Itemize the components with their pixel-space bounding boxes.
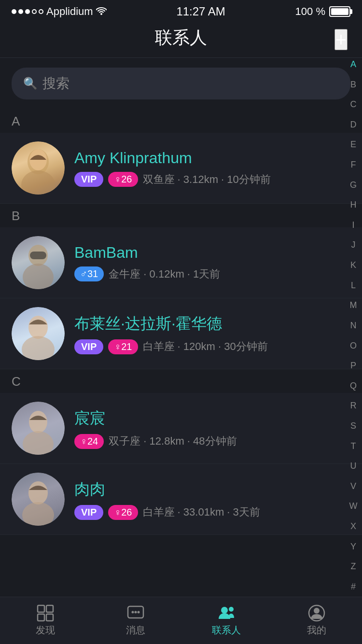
list-item[interactable]: Amy Klinprathum VIP ♀26 双鱼座 · 3.12km · 1… bbox=[0, 133, 362, 204]
page-title: 联系人 bbox=[155, 26, 207, 50]
contact-tags: VIP ♀21 白羊座 · 120km · 30分钟前 bbox=[74, 339, 350, 354]
svg-point-24 bbox=[314, 608, 320, 614]
contact-list: A Amy Klinprathum VIP ♀26 双鱼座 · 3.12km ·… bbox=[0, 109, 362, 535]
alpha-r[interactable]: R bbox=[350, 401, 357, 410]
svg-point-22 bbox=[229, 607, 234, 612]
search-container: 🔍 搜索 bbox=[0, 58, 362, 109]
tab-profile[interactable]: 我的 bbox=[272, 597, 362, 644]
alpha-hash[interactable]: # bbox=[351, 582, 356, 591]
discover-icon bbox=[37, 604, 54, 622]
contacts-icon bbox=[218, 604, 235, 622]
alpha-e[interactable]: E bbox=[350, 140, 356, 149]
contact-info: 布莱丝·达拉斯·霍华德 VIP ♀21 白羊座 · 120km · 30分钟前 bbox=[74, 313, 350, 354]
alpha-a[interactable]: A bbox=[350, 60, 356, 69]
tab-discover[interactable]: 发现 bbox=[0, 597, 91, 644]
tab-message-label: 消息 bbox=[126, 624, 145, 637]
contact-tags: VIP ♀26 双鱼座 · 3.12km · 10分钟前 bbox=[74, 172, 350, 187]
contact-info: BamBam ♂31 金牛座 · 0.12km · 1天前 bbox=[74, 244, 350, 281]
alpha-v[interactable]: V bbox=[350, 482, 356, 490]
tab-contacts-label: 联系人 bbox=[212, 624, 241, 637]
alpha-g[interactable]: G bbox=[350, 181, 357, 189]
tab-discover-label: 发现 bbox=[36, 624, 55, 637]
tab-contacts[interactable]: 联系人 bbox=[181, 597, 272, 644]
contact-tags: VIP ♀26 白羊座 · 33.01km · 3天前 bbox=[74, 505, 350, 520]
search-bar[interactable]: 🔍 搜索 bbox=[12, 68, 350, 99]
section-header-c: C bbox=[0, 369, 362, 393]
alpha-j[interactable]: J bbox=[351, 240, 356, 249]
battery-fill bbox=[331, 8, 348, 15]
svg-rect-15 bbox=[38, 614, 44, 621]
list-item[interactable]: 布莱丝·达拉斯·霍华德 VIP ♀21 白羊座 · 120km · 30分钟前 bbox=[0, 298, 362, 369]
tab-profile-label: 我的 bbox=[307, 624, 326, 637]
svg-rect-16 bbox=[46, 614, 53, 621]
svg-point-7 bbox=[28, 316, 48, 339]
battery-percent: 100 % bbox=[295, 5, 325, 18]
contact-name: 布莱丝·达拉斯·霍华德 bbox=[74, 313, 350, 335]
alpha-o[interactable]: O bbox=[350, 341, 357, 350]
alpha-z[interactable]: Z bbox=[351, 562, 356, 571]
contact-info: 肉肉 VIP ♀26 白羊座 · 33.01km · 3天前 bbox=[74, 479, 350, 520]
signal-dot-4 bbox=[32, 9, 37, 14]
alpha-d[interactable]: D bbox=[350, 120, 357, 129]
carrier-label: Applidium bbox=[46, 5, 93, 18]
alpha-p[interactable]: P bbox=[350, 361, 356, 370]
svg-point-8 bbox=[22, 336, 55, 360]
vip-badge: VIP bbox=[74, 172, 103, 187]
gender-age-badge: ♀26 bbox=[108, 505, 138, 520]
alpha-t[interactable]: T bbox=[351, 442, 356, 450]
alpha-i[interactable]: I bbox=[352, 221, 354, 229]
list-item[interactable]: 宸宸 ♀24 双子座 · 12.8km · 48分钟前 bbox=[0, 393, 362, 464]
signal-dot-2 bbox=[18, 9, 23, 14]
alpha-m[interactable]: M bbox=[350, 301, 357, 309]
alphabet-index: A B C D E F G H I J K L M N O P Q R S T … bbox=[345, 21, 362, 601]
svg-point-2 bbox=[21, 170, 55, 195]
vip-badge: VIP bbox=[74, 505, 103, 520]
alpha-h[interactable]: H bbox=[350, 200, 357, 209]
alpha-c[interactable]: C bbox=[350, 100, 357, 109]
search-icon: 🔍 bbox=[23, 77, 38, 90]
contact-name: Amy Klinprathum bbox=[74, 149, 350, 167]
alpha-s[interactable]: S bbox=[350, 421, 356, 430]
contact-meta: 双鱼座 · 3.12km · 10分钟前 bbox=[143, 172, 271, 187]
list-item[interactable]: BamBam ♂31 金牛座 · 0.12km · 1天前 bbox=[0, 227, 362, 298]
svg-point-9 bbox=[29, 411, 47, 433]
contact-info: Amy Klinprathum VIP ♀26 双鱼座 · 3.12km · 1… bbox=[74, 149, 350, 187]
status-bar: Applidium 11:27 AM 100 % bbox=[0, 0, 362, 21]
alpha-y[interactable]: Y bbox=[350, 542, 356, 551]
contact-tags: ♂31 金牛座 · 0.12km · 1天前 bbox=[74, 266, 350, 281]
svg-point-21 bbox=[221, 607, 228, 614]
alpha-q[interactable]: Q bbox=[350, 381, 357, 390]
svg-point-12 bbox=[22, 502, 54, 526]
avatar bbox=[12, 141, 65, 195]
alpha-l[interactable]: L bbox=[351, 281, 356, 290]
contact-meta: 白羊座 · 120km · 30分钟前 bbox=[143, 339, 268, 354]
status-time: 11:27 AM bbox=[176, 5, 225, 18]
svg-point-20 bbox=[138, 611, 140, 614]
signal-dot-1 bbox=[12, 9, 16, 14]
alpha-x[interactable]: X bbox=[350, 522, 356, 531]
alpha-n[interactable]: N bbox=[350, 321, 357, 330]
gender-age-badge: ♀24 bbox=[74, 434, 104, 449]
contact-info: 宸宸 ♀24 双子座 · 12.8km · 48分钟前 bbox=[74, 408, 350, 449]
avatar bbox=[12, 402, 65, 455]
wifi-icon bbox=[96, 6, 107, 17]
alpha-b[interactable]: B bbox=[350, 80, 356, 89]
tab-message[interactable]: 消息 bbox=[91, 597, 181, 644]
search-input[interactable]: 搜索 bbox=[42, 74, 70, 93]
avatar bbox=[12, 307, 65, 360]
status-left: Applidium bbox=[12, 5, 107, 18]
svg-rect-6 bbox=[30, 252, 46, 259]
svg-point-19 bbox=[135, 611, 137, 614]
tab-bar: 发现 消息 联系人 我的 bbox=[0, 597, 362, 644]
svg-point-5 bbox=[23, 264, 54, 289]
gender-age-badge: ♀26 bbox=[108, 172, 138, 187]
alpha-w[interactable]: W bbox=[349, 502, 358, 510]
contact-meta: 白羊座 · 33.01km · 3天前 bbox=[143, 505, 260, 519]
gender-age-badge: ♀21 bbox=[108, 339, 138, 354]
list-item[interactable]: 肉肉 VIP ♀26 白羊座 · 33.01km · 3天前 bbox=[0, 464, 362, 535]
alpha-f[interactable]: F bbox=[351, 160, 356, 169]
gender-age-badge: ♂31 bbox=[74, 266, 104, 281]
svg-point-10 bbox=[23, 431, 54, 455]
alpha-k[interactable]: K bbox=[350, 261, 356, 269]
alpha-u[interactable]: U bbox=[350, 462, 357, 470]
